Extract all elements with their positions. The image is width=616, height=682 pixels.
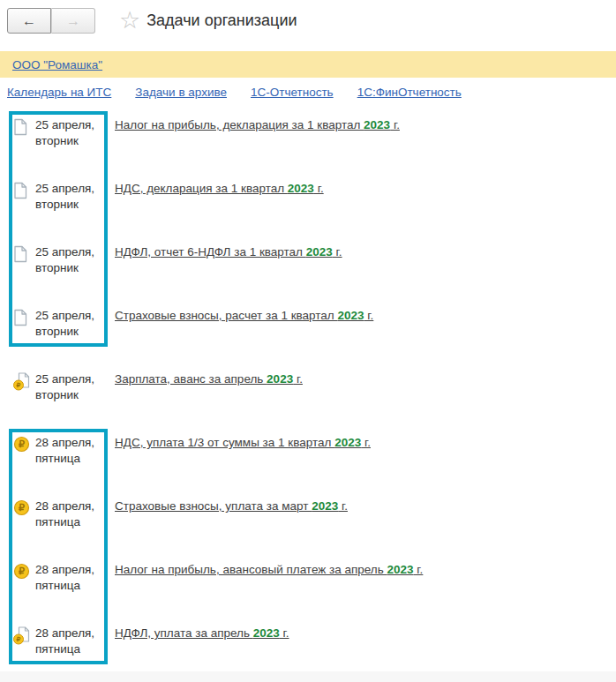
document-icon <box>13 309 31 327</box>
task-date-line2: вторник <box>35 260 108 276</box>
task-year: 2023 <box>312 499 338 513</box>
task-year: 2023 <box>387 563 414 576</box>
task-title-suffix: г. <box>364 309 374 322</box>
task-title-text: Зарплата, аванс за апрель <box>115 372 267 386</box>
task-date: 28 апреля,пятница <box>35 498 108 530</box>
forward-button[interactable]: → <box>51 8 95 34</box>
ruble-coin-icon: ₽ <box>13 499 31 518</box>
nav-links-row: Календарь на ИТС Задачи в архиве 1С-Отче… <box>7 86 462 99</box>
nav-link-1c-finreporting[interactable]: 1С:ФинОтчетность <box>357 86 462 99</box>
task-date-line1: 28 апреля, <box>35 498 108 514</box>
task-date-line1: 28 апреля, <box>35 562 108 578</box>
task-date: 28 апреля,пятница <box>35 562 108 594</box>
task-date: 28 апреля,пятница <box>35 435 108 467</box>
task-date-line2: вторник <box>35 324 108 340</box>
task-title-suffix: г. <box>293 372 303 386</box>
task-date: 25 апреля,вторник <box>35 371 108 403</box>
task-date-line1: 28 апреля, <box>35 435 108 451</box>
document-ruble-icon: ₽ <box>13 372 31 391</box>
task-link[interactable]: Зарплата, аванс за апрель 2023 г. <box>115 371 607 387</box>
task-date-line1: 25 апреля, <box>35 308 108 324</box>
task-title-text: НДФЛ, отчет 6-НДФЛ за 1 квартал <box>115 245 306 259</box>
task-row: ₽28 апреля,пятницаНалог на прибыль, аван… <box>0 557 616 620</box>
task-title-suffix: г. <box>338 499 348 513</box>
task-date: 25 апреля,вторник <box>35 117 108 149</box>
svg-text:₽: ₽ <box>17 635 21 643</box>
page-title: Задачи организации <box>146 11 297 30</box>
org-link[interactable]: ООО "Ромашка" <box>12 58 102 71</box>
task-title-suffix: г. <box>361 436 371 449</box>
task-link[interactable]: Страховые взносы, расчет за 1 квартал 20… <box>115 308 607 324</box>
task-date-line2: пятница <box>35 451 108 467</box>
task-row: 25 апреля,вторникСтраховые взносы, расче… <box>0 303 616 366</box>
history-button-group: ← → <box>7 8 95 34</box>
task-link[interactable]: НДФЛ, отчет 6-НДФЛ за 1 квартал 2023 г. <box>115 244 607 260</box>
task-date: 25 апреля,вторник <box>35 244 108 276</box>
task-title-text: НДС, декларация за 1 квартал <box>115 182 288 195</box>
document-icon <box>13 118 31 137</box>
nav-link-1c-reporting[interactable]: 1С-Отчетность <box>251 86 334 99</box>
task-link[interactable]: Налог на прибыль, декларация за 1 кварта… <box>115 117 607 133</box>
task-list: 25 апреля,вторникНалог на прибыль, декла… <box>0 112 616 677</box>
task-link[interactable]: НДС, декларация за 1 квартал 2023 г. <box>115 181 607 197</box>
task-row: 25 апреля,вторникНДФЛ, отчет 6-НДФЛ за 1… <box>0 239 616 303</box>
task-date-line2: вторник <box>35 133 108 149</box>
task-date-line2: вторник <box>35 387 108 403</box>
favorites-star-icon[interactable]: ☆ <box>119 9 140 33</box>
svg-text:₽: ₽ <box>17 381 21 389</box>
ruble-coin-icon: ₽ <box>13 563 31 581</box>
task-title-suffix: г. <box>414 563 424 576</box>
task-title-text: НДФЛ, уплата за апрель <box>115 626 253 640</box>
task-link[interactable]: НДС, уплата 1/3 от суммы за 1 квартал 20… <box>115 435 607 451</box>
task-link[interactable]: Страховые взносы, уплата за март 2023 г. <box>115 498 607 514</box>
task-title-suffix: г. <box>280 626 289 640</box>
task-year: 2023 <box>334 436 361 449</box>
task-title-suffix: г. <box>333 245 342 259</box>
document-ruble-icon: ₽ <box>13 626 31 645</box>
task-title-text: Страховые взносы, уплата за март <box>115 499 312 513</box>
svg-text:₽: ₽ <box>19 502 25 513</box>
bottom-strip <box>0 671 616 682</box>
task-date-line1: 25 апреля, <box>35 244 108 260</box>
toolbar: ← → ☆ Задачи организации <box>7 8 297 34</box>
task-date-line1: 25 апреля, <box>35 117 108 133</box>
nav-link-tasks-archive[interactable]: Задачи в архиве <box>135 86 227 99</box>
task-row: ₽28 апреля,пятницаНДС, уплата 1/3 от сум… <box>0 430 616 493</box>
task-date-line2: пятница <box>35 641 108 657</box>
task-row: ₽28 апреля,пятницаСтраховые взносы, упла… <box>0 493 616 557</box>
svg-text:₽: ₽ <box>19 566 25 576</box>
task-year: 2023 <box>288 182 314 195</box>
task-row: 25 апреля,вторникНалог на прибыль, декла… <box>0 112 616 176</box>
task-date-line2: пятница <box>35 578 108 594</box>
task-date-line2: вторник <box>35 197 108 213</box>
task-date-line1: 28 апреля, <box>35 626 108 641</box>
task-year: 2023 <box>364 118 390 131</box>
task-link[interactable]: Налог на прибыль, авансовый платеж за ап… <box>115 562 607 578</box>
task-year: 2023 <box>253 626 280 640</box>
org-bar: ООО "Ромашка" <box>0 51 616 78</box>
task-date-line1: 25 апреля, <box>35 371 108 387</box>
task-title-suffix: г. <box>314 182 324 195</box>
document-icon <box>13 245 31 264</box>
nav-link-calendar-its[interactable]: Календарь на ИТС <box>7 86 111 99</box>
task-row: 25 апреля,вторникНДС, декларация за 1 кв… <box>0 176 616 239</box>
task-date: 25 апреля,вторник <box>35 308 108 340</box>
back-button[interactable]: ← <box>7 8 51 34</box>
ruble-coin-icon: ₽ <box>13 436 31 454</box>
task-link[interactable]: НДФЛ, уплата за апрель 2023 г. <box>115 626 607 641</box>
task-year: 2023 <box>337 309 364 322</box>
task-title-suffix: г. <box>390 118 400 131</box>
document-icon <box>13 182 31 200</box>
task-date-line1: 25 апреля, <box>35 181 108 197</box>
task-title-text: Налог на прибыль, декларация за 1 кварта… <box>115 118 364 131</box>
task-date: 25 апреля,вторник <box>35 181 108 213</box>
task-title-text: Налог на прибыль, авансовый платеж за ап… <box>115 563 387 576</box>
task-year: 2023 <box>267 372 293 386</box>
svg-text:₽: ₽ <box>19 438 25 449</box>
task-title-text: Страховые взносы, расчет за 1 квартал <box>115 309 337 322</box>
task-date: 28 апреля,пятница <box>35 626 108 657</box>
task-row: ₽25 апреля,вторникЗарплата, аванс за апр… <box>0 366 616 430</box>
task-title-text: НДС, уплата 1/3 от суммы за 1 квартал <box>115 436 334 449</box>
task-date-line2: пятница <box>35 514 108 530</box>
task-year: 2023 <box>306 245 333 259</box>
